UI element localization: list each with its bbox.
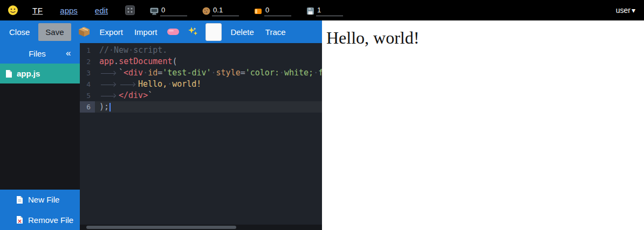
code-token: ); [99,102,109,111]
file-list-empty-area [0,83,80,190]
editor-line[interactable]: 1//Newscript. [80,45,322,56]
line-number: 3 [80,67,95,79]
space-whitespace-marker [279,67,284,79]
code-token: 'test-div' [162,68,211,78]
stat-field-monitor: 0 [150,5,187,16]
tab-whitespace-marker [99,93,119,99]
stat-input-battery[interactable]: 0 [264,5,291,16]
nav-link-edit[interactable]: edit [95,6,108,15]
horizontal-scrollbar[interactable] [80,225,322,230]
code-token: = [157,68,162,78]
collapse-sidebar-icon[interactable]: « [66,48,80,59]
import-button[interactable]: Import [132,23,160,41]
code-token: </div> [119,90,148,100]
user-menu[interactable]: user ▾ [616,6,635,15]
caret-down-icon: ▾ [632,6,635,15]
apps-grid-icon[interactable] [125,5,135,15]
cookie-icon [202,7,210,16]
user-menu-label: user [616,6,631,15]
line-number: 5 [80,90,95,101]
space-whitespace-marker [313,67,318,79]
stat-input-cookie[interactable]: 0.1 [212,5,239,16]
code-line-content: Hello,world! [95,79,322,90]
monitor-icon [150,8,159,16]
close-button[interactable]: Close [6,23,32,41]
code-line-content: ); [95,101,322,113]
code-token: New [114,45,128,55]
blank-swatch-button[interactable] [205,23,222,41]
code-token: // [99,45,109,55]
text-cursor [109,103,111,111]
code-line-content: app.setDocument( [95,56,322,67]
code-token: style [216,68,241,78]
remove-file-label: Remove File [28,215,73,225]
file-item-label: app.js [17,69,40,78]
main-area: Close Save Export Import [0,20,644,230]
editor-line[interactable]: 5</div>` [80,90,322,101]
code-line-content: //Newscript. [95,45,322,56]
code-token: white; [284,68,313,78]
space-whitespace-marker [167,79,172,90]
sparkles-button[interactable] [187,24,200,39]
code-token: = [241,68,245,78]
code-token: id [148,68,157,78]
trace-button[interactable]: Trace [263,23,289,41]
tab-whitespace-marker [99,70,119,76]
nav-link-apps[interactable]: apps [60,6,78,15]
smiley-icon[interactable] [8,5,18,16]
code-token: ` [119,68,124,78]
stat-field-floppy: 1 [306,5,343,16]
floppy-icon [306,7,314,16]
new-file-button[interactable]: New File [0,190,80,210]
editor-line[interactable]: 2app.setDocument( [80,56,322,67]
soap-button[interactable] [166,25,181,38]
editor-panel: Close Save Export Import [0,20,322,230]
app-window: TF apps edit 0 0.1 0 [0,0,644,230]
code-token: . [114,57,119,66]
export-button[interactable]: Export [97,23,126,41]
package-icon [78,26,90,37]
code-token: Hello, [138,79,167,89]
file-icon [5,69,12,78]
stat-field-battery: 0 [254,5,291,16]
code-token: app [99,57,114,66]
editor-line[interactable]: 4Hello,world! [80,79,322,90]
files-sidebar: Files « app.js New File [0,43,80,230]
code-line-content: `<divid='test-div'style='color:white;f [95,67,322,79]
delete-button[interactable]: Delete [228,23,256,41]
editor-line[interactable]: 6); [80,101,322,113]
editor-toolbar: Close Save Export Import [0,20,322,43]
line-number: 1 [80,45,95,56]
remove-file-icon [16,215,23,224]
remove-file-button[interactable]: Remove File [0,210,80,230]
stat-input-monitor[interactable]: 0 [160,5,187,16]
code-line-content: </div>` [95,90,322,101]
code-editor[interactable]: 1//Newscript.2app.setDocument(3`<divid='… [80,43,322,230]
stat-input-floppy[interactable]: 1 [316,5,343,16]
space-whitespace-marker [109,45,114,56]
package-button[interactable] [77,24,91,39]
code-token: world! [172,79,201,89]
code-token: script. [133,45,167,55]
space-whitespace-marker [128,45,133,56]
workspace: Files « app.js New File [0,43,322,230]
editor-line[interactable]: 3`<divid='test-div'style='color:white;f [80,67,322,79]
new-file-label: New File [28,195,59,204]
code-token: setDocument [119,57,172,66]
line-number: 2 [80,56,95,67]
file-item-appjs[interactable]: app.js [0,64,80,83]
line-number: 4 [80,79,95,90]
save-button[interactable]: Save [38,23,71,41]
code-token: <div [124,68,143,78]
line-number: 6 [80,101,95,113]
stat-field-cookie: 0.1 [202,5,239,16]
scrollbar-thumb[interactable] [86,226,236,229]
code-token: 'color: [245,68,279,78]
battery-icon [254,8,263,16]
code-token: f [318,68,322,78]
brand-link[interactable]: TF [32,6,43,15]
files-header-label: Files [9,49,66,58]
top-bar: TF apps edit 0 0.1 0 [0,0,644,20]
files-header: Files « [0,43,80,64]
preview-text: Hello, world! [326,28,640,48]
